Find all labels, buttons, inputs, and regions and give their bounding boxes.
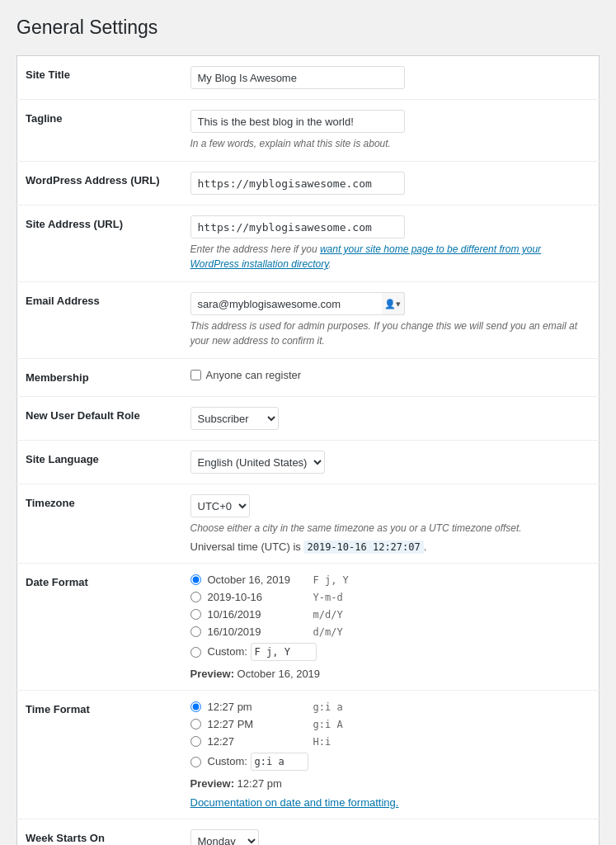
date-format-label-text[interactable]: 10/16/2019 [208,608,307,621]
time-format-radio[interactable] [190,736,201,747]
date-format-radio[interactable] [190,626,201,637]
time-format-row: 12:27H:i [190,735,591,748]
membership-label: Membership [17,359,182,397]
date-format-row: 2019-10-16Y-m-d [190,591,591,603]
date-format-radio[interactable] [190,609,201,620]
time-format-row: Custom: [190,753,591,771]
date-format-group: October 16, 2019F j, Y2019-10-16Y-m-d10/… [190,574,591,661]
time-preview: Preview: 12:27 pm [190,777,591,790]
time-format-label-text[interactable]: 12:27 [208,735,307,748]
time-format-code: g:i a [313,701,343,713]
membership-checkbox-label[interactable]: Anyone can register [190,369,591,381]
time-format-custom-input[interactable] [251,753,308,771]
time-format-radio[interactable] [190,701,201,712]
membership-checkbox[interactable] [190,370,201,380]
date-format-code: F j, Y [313,574,349,586]
email-user-icon-btn[interactable]: 👤▾ [382,292,405,315]
new-user-role-label: New User Default Role [17,397,182,441]
date-format-radio[interactable] [190,592,201,602]
date-preview: Preview: October 16, 2019 [190,668,591,680]
time-format-label-text[interactable]: 12:27 pm [208,701,307,713]
time-format-label-text[interactable]: Custom: [208,753,308,771]
time-format-label-text[interactable]: 12:27 PM [208,718,307,730]
timezone-select[interactable]: UTC+0 [190,494,250,517]
site-address-label: Site Address (URL) [17,205,182,282]
page-title: General Settings [16,17,600,39]
date-format-label-text[interactable]: Custom: [208,643,317,661]
date-format-code: d/m/Y [313,626,343,638]
utc-display-row: Universal time (UTC) is 2019-10-16 12:27… [190,541,591,553]
time-format-code: g:i A [313,719,343,730]
date-format-row: Custom: [190,643,591,661]
site-title-label: Site Title [17,56,182,100]
date-format-label-text[interactable]: 16/10/2019 [208,625,307,638]
email-input[interactable] [190,292,405,315]
email-label: Email Address [17,282,182,359]
time-format-radio[interactable] [190,757,201,767]
tagline-label: Tagline [17,100,182,162]
wp-address-input[interactable] [190,172,405,195]
timezone-label: Timezone [17,484,182,564]
membership-checkbox-text: Anyone can register [206,369,302,381]
utc-time: 2019-10-16 12:27:07 [303,541,423,554]
date-format-code: m/d/Y [313,609,343,621]
email-wrapper: 👤▾ [190,292,405,315]
week-starts-label: Week Starts On [17,819,182,846]
date-format-label: Date Format [17,564,182,691]
doc-link[interactable]: Documentation on date and time formattin… [190,796,399,809]
date-format-code: Y-m-d [313,592,343,603]
time-format-group: 12:27 pmg:i a12:27 PMg:i A12:27H:iCustom… [190,701,591,771]
site-language-label: Site Language [17,441,182,484]
tagline-input[interactable] [190,110,405,133]
site-address-description: Enter the address here if you want your … [190,242,591,271]
date-format-row: October 16, 2019F j, Y [190,574,591,586]
wp-address-label: WordPress Address (URL) [17,162,182,205]
site-address-input[interactable] [190,215,405,238]
date-format-row: 10/16/2019m/d/Y [190,608,591,621]
site-language-select[interactable]: English (United States)English (UK) [190,451,325,474]
date-format-custom-input[interactable] [251,643,317,661]
date-format-label-text[interactable]: October 16, 2019 [208,574,307,586]
time-format-code: H:i [313,736,332,748]
time-format-radio[interactable] [190,719,201,729]
date-format-row: 16/10/2019d/m/Y [190,625,591,638]
date-format-radio[interactable] [190,574,201,585]
site-title-input[interactable] [190,66,405,89]
time-format-label: Time Format [17,691,182,819]
time-format-row: 12:27 PMg:i A [190,718,591,730]
date-format-radio[interactable] [190,647,201,658]
new-user-role-select[interactable]: SubscriberContributorAuthorEditorAdminis… [190,407,279,430]
week-starts-select[interactable]: MondaySundaySaturday [190,829,259,845]
time-format-row: 12:27 pmg:i a [190,701,591,713]
timezone-description: Choose either a city in the same timezon… [190,521,591,536]
email-description: This address is used for admin purposes.… [190,319,591,348]
date-format-label-text[interactable]: 2019-10-16 [208,591,307,603]
tagline-description: In a few words, explain what this site i… [190,136,591,151]
